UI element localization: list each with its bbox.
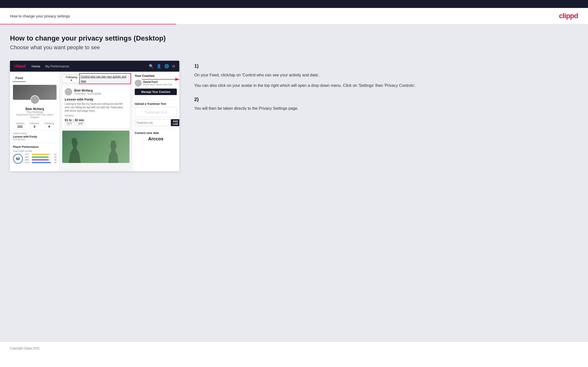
step1-text-1: On your Feed, click/tap on 'Control who … [194, 72, 578, 78]
header: How to change your privacy settings clip… [0, 8, 588, 24]
instruction-step-2: 2) You will then be taken directly to th… [194, 97, 578, 112]
tag-app: APP [76, 122, 85, 126]
app-feed: Following ▾ Control who can see your act… [60, 72, 132, 171]
nav-item-my-performance[interactable]: My Performance [45, 64, 69, 68]
app-sidebar: Feed Blair McHarg Plus Handicap Royal No… [10, 72, 60, 171]
app-logo: clippd [14, 64, 26, 68]
profile-club: Royal North Devon Golf Club, United King… [13, 113, 57, 118]
avatar-icon[interactable]: ⊙ [172, 64, 175, 68]
profile-avatar [30, 95, 39, 104]
feed-card-desc: Looking to feel like my hands are exitin… [65, 102, 127, 113]
section-divider-1 [135, 100, 177, 100]
player-perf-title: Player Performance [13, 145, 57, 148]
latest-activity-date: 03 Aug 2022 [13, 138, 57, 141]
nav-item-home[interactable]: Home [32, 64, 40, 68]
step1-number: 1) [194, 63, 578, 69]
trackman-placeholder: Trackman Link [135, 107, 177, 117]
profile-handicap: Plus Handicap [13, 111, 57, 113]
feed-header: Following ▾ Control who can see your act… [62, 74, 130, 83]
content-row: clippd Home My Performance 🔍 👤 🌐 ⊙ Feed [10, 61, 578, 171]
quality-row: 92 OTT 90 APP 85 [13, 153, 57, 164]
clippd-logo: clippd [559, 12, 578, 20]
trackman-link-input[interactable] [135, 119, 170, 126]
footer-copyright: Copyright Clippd 2022 [10, 347, 40, 350]
coach-item: David Ford Royal North Devon Golf Club [135, 80, 177, 87]
profile-banner [13, 85, 57, 100]
stat-activities: Activities 131 [15, 122, 24, 128]
golfer-silhouette-1 [67, 138, 82, 163]
trackman-input-row: Add Link [135, 119, 177, 126]
tag-ott: OTT [65, 122, 74, 126]
trackman-placeholder-text: Trackman Link [144, 110, 167, 114]
add-link-button[interactable]: Add Link [171, 119, 179, 126]
player-performance: Player Performance Total Player Quality … [13, 143, 57, 164]
search-icon[interactable]: 🔍 [149, 64, 154, 68]
connect-data-title: Connect your data [135, 131, 177, 134]
feed-user-avatar [65, 88, 72, 96]
manage-coaches-button[interactable]: Manage Your Coaches [135, 89, 177, 95]
feed-image [62, 131, 130, 163]
coaches-title: Your Coaches [135, 74, 177, 78]
bar-putt: PUTT 96 [25, 161, 57, 164]
golfer-silhouette-2 [107, 141, 120, 163]
bar-ott: OTT 90 [25, 153, 57, 156]
top-bar [0, 0, 588, 8]
globe-icon[interactable]: 🌐 [164, 64, 169, 68]
app-navbar: clippd Home My Performance 🔍 👤 🌐 ⊙ [10, 61, 179, 72]
main-content: How to change your privacy settings (Des… [0, 24, 588, 342]
arccos-logo: Arccos [135, 136, 177, 142]
stat-followers: Followers 3 [30, 122, 39, 128]
app-body: Feed Blair McHarg Plus Handicap Royal No… [10, 72, 179, 171]
control-link-highlight [79, 73, 131, 84]
person-icon[interactable]: 👤 [157, 64, 161, 68]
coach-avatar [135, 80, 142, 87]
feed-card-header: Blair McHarg Yesterday · Sunningdale [65, 88, 127, 96]
step2-text: You will then be taken directly to the P… [194, 105, 578, 112]
latest-activity-name: Lesson with Fordy [13, 135, 57, 138]
quality-circle: 92 [13, 154, 23, 164]
header-title: How to change your privacy settings [10, 14, 70, 18]
app-nav-icons: 🔍 👤 🌐 ⊙ [149, 64, 175, 68]
section-divider-2 [135, 129, 177, 129]
latest-activity-label: Latest Activity [13, 132, 57, 135]
feed-user-name: Blair McHarg [74, 89, 101, 92]
feed-card: Blair McHarg Yesterday · Sunningdale Les… [62, 86, 130, 128]
step1-text-2: You can also click on your avatar in the… [194, 82, 578, 89]
bar-arg: ARG 86 [25, 159, 57, 161]
upload-trackman-title: Upload a Trackman Test [135, 102, 177, 105]
feed-user-location: Yesterday · Sunningdale [74, 92, 101, 95]
page-subheading: Choose what you want people to see [10, 44, 578, 51]
footer: Copyright Clippd 2022 [0, 342, 588, 354]
coach-club: Royal North Devon Golf Club [143, 83, 172, 86]
page-heading: How to change your privacy settings (Des… [10, 34, 578, 42]
feed-duration-value: 01 hr : 30 min [65, 118, 127, 122]
bar-app: APP 85 [25, 156, 57, 158]
instructions-panel: 1) On your Feed, click/tap on 'Control w… [194, 61, 578, 120]
feed-tags: OTT APP [65, 122, 127, 126]
feed-tab[interactable]: Feed [13, 75, 25, 82]
feed-user-info: Blair McHarg Yesterday · Sunningdale [74, 89, 101, 95]
app-right-panel: Your Coaches David Ford Royal North Devo… [132, 72, 179, 171]
quality-bars: OTT 90 APP 85 ARG [25, 153, 57, 164]
feed-card-title: Lesson with Fordy [65, 98, 127, 101]
control-privacy-link[interactable]: Control who can see your activity and da… [81, 75, 126, 83]
step2-number: 2) [194, 97, 578, 102]
profile-stats: Activities 131 Followers 3 Following 4 [13, 120, 57, 130]
following-button[interactable]: Following ▾ [62, 75, 81, 83]
profile-name: Blair McHarg [13, 107, 57, 111]
screenshot-mockup: clippd Home My Performance 🔍 👤 🌐 ⊙ Feed [10, 61, 179, 171]
stat-following: Following 4 [44, 122, 54, 128]
feed-duration-label: Duration [65, 114, 127, 117]
instruction-step-1: 1) On your Feed, click/tap on 'Control w… [194, 63, 578, 89]
coach-info: David Ford Royal North Devon Golf Club [143, 80, 172, 86]
coach-name: David Ford [143, 80, 172, 83]
player-quality-label: Total Player Quality [13, 150, 57, 152]
